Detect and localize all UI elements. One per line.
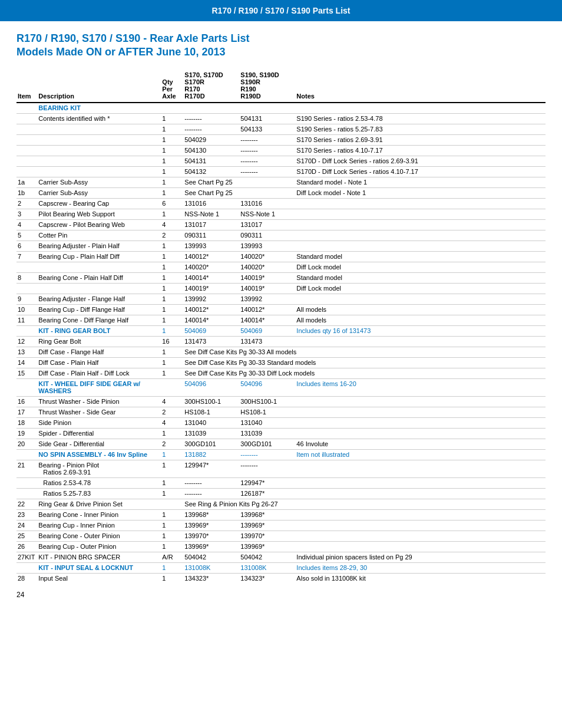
table-row: Contents identified with * 1 -------- 50… (16, 113, 546, 124)
table-row: 13 Diff Case - Flange Half 1 See Diff Ca… (16, 347, 546, 357)
cell-s170: 504132 (183, 166, 239, 177)
cell-qty: A/R (161, 552, 183, 562)
cell-s190: 131008K (239, 562, 295, 573)
cell-s190: 131473 (239, 336, 295, 347)
cell-item: 26 (16, 541, 37, 552)
cell-desc (37, 283, 161, 294)
cell-item: 17 (16, 407, 37, 417)
cell-s190: -------- (239, 166, 295, 177)
cell-s190: -------- (239, 156, 295, 166)
cell-item (16, 488, 37, 499)
cell-qty: 1 (161, 251, 183, 262)
cell-s190: 140020* (239, 251, 295, 262)
table-row: BEARING KIT (16, 103, 546, 114)
cell-s190: 131016 (239, 198, 295, 209)
header-title: R170 / R190 / S170 / S190 Parts List (211, 6, 350, 15)
cell-desc: Cotter Pin (37, 230, 161, 241)
cell-qty: 1 (161, 357, 183, 368)
cell-qty: 6 (161, 198, 183, 209)
cell-notes: Standard model - Note 1 (295, 177, 546, 187)
table-row: 10 Bearing Cup - Diff Flange Half 1 1400… (16, 304, 546, 315)
cell-s170: -------- (183, 124, 239, 134)
cell-qty: 1 (161, 124, 183, 134)
cell-desc (37, 124, 161, 134)
cell-item (16, 562, 37, 573)
cell-qty: 1 (161, 347, 183, 357)
cell-s170: 504029 (183, 134, 239, 145)
table-row: 1 -------- 504133 S190 Series - ratios 5… (16, 124, 546, 134)
cell-item: 18 (16, 417, 37, 428)
cell-notes (295, 509, 546, 520)
cell-s190: 504069 (239, 325, 295, 336)
parts-table: Item Description QtyPerAxle S170, S170DS… (16, 69, 546, 584)
cell-item: 1b (16, 187, 37, 198)
cell-notes (295, 477, 546, 488)
cell-item: 24 (16, 520, 37, 531)
cell-s170: HS108-1 (183, 407, 239, 417)
table-row: 2 Capscrew - Bearing Cap 6 131016 131016 (16, 198, 546, 209)
cell-notes (295, 407, 546, 417)
table-row: 8 Bearing Cone - Plain Half Diff 1 14001… (16, 272, 546, 283)
cell-item: 10 (16, 304, 37, 315)
cell-qty: 1 (161, 134, 183, 145)
cell-notes: S170 Series - ratios 2.69-3.91 (295, 134, 546, 145)
col-header-notes: Notes (295, 69, 546, 103)
cell-notes (295, 198, 546, 209)
cell-notes (295, 209, 546, 219)
cell-qty: 1 (161, 187, 183, 198)
cell-s170: 504131 (183, 156, 239, 166)
cell-notes (295, 520, 546, 531)
cell-notes (295, 531, 546, 541)
table-row: 1 504131 -------- S170D - Diff Lock Seri… (16, 156, 546, 166)
cell-desc: Bearing Cone - Plain Half Diff (37, 272, 161, 283)
cell-s190: 090311 (239, 230, 295, 241)
cell-notes (295, 460, 546, 477)
col-header-qty: QtyPerAxle (161, 69, 183, 103)
cell-desc: Bearing Cup - Diff Flange Half (37, 304, 161, 315)
cell-notes: S170 Series - ratios 4.10-7.17 (295, 145, 546, 156)
table-row: 26 Bearing Cup - Outer Pinion 1 139969* … (16, 541, 546, 552)
cell-desc: Diff Case - Plain Half (37, 357, 161, 368)
cell-desc: Bearing Adjuster - Flange Half (37, 294, 161, 304)
cell-s190: 300GD101 (239, 439, 295, 449)
cell-desc (37, 166, 161, 177)
cell-desc: Bearing Cup - Outer Pinion (37, 541, 161, 552)
cell-notes (295, 541, 546, 552)
cell-notes: Standard model (295, 251, 546, 262)
cell-desc: Spider - Differential (37, 428, 161, 439)
table-row: 4 Capscrew - Pilot Bearing Web 4 131017 … (16, 219, 546, 230)
main-title: R170 / R190, S170 / S190 - Rear Axle Par… (16, 32, 546, 60)
cell-s170: 140014* (183, 315, 239, 325)
cell-item: 22 (16, 499, 37, 509)
cell-qty (161, 378, 183, 396)
cell-qty: 1 (161, 209, 183, 219)
cell-item: 12 (16, 336, 37, 347)
cell-s170: -------- (183, 477, 239, 488)
cell-desc: Ratios 5.25-7.83 (37, 488, 161, 499)
table-row: KIT - RING GEAR BOLT 1 504069 504069 Inc… (16, 325, 546, 336)
cell-s190: -------- (239, 145, 295, 156)
cell-item: 8 (16, 272, 37, 283)
cell-item (16, 283, 37, 294)
cell-desc: Bearing - Pinion PilotRatios 2.69-3.91 (37, 460, 161, 477)
cell-desc: Diff Case - Flange Half (37, 347, 161, 357)
cell-s170: 504096 (183, 378, 239, 396)
table-row: 19 Spider - Differential 1 131039 131039 (16, 428, 546, 439)
cell-s170: 131016 (183, 198, 239, 209)
table-row: Ratios 5.25-7.83 1 -------- 126187* (16, 488, 546, 499)
table-row: 16 Thrust Washer - Side Pinion 4 300HS10… (16, 396, 546, 407)
cell-desc: Thrust Washer - Side Gear (37, 407, 161, 417)
cell-s190: 131039 (239, 428, 295, 439)
cell-notes (295, 396, 546, 407)
col-header-desc: Description (37, 69, 161, 103)
cell-desc: Ring Gear & Drive Pinion Set (37, 499, 161, 509)
table-row: NO SPIN ASSEMBLY - 46 Inv Spline 1 13188… (16, 449, 546, 460)
cell-s170: 140019* (183, 283, 239, 294)
cell-item: 3 (16, 209, 37, 219)
cell-item (16, 262, 37, 272)
cell-s170: 134323* (183, 573, 239, 584)
cell-s170: 300HS100-1 (183, 396, 239, 407)
cell-s170: 131008K (183, 562, 239, 573)
cell-item: 19 (16, 428, 37, 439)
cell-s170: 139969* (183, 520, 239, 531)
